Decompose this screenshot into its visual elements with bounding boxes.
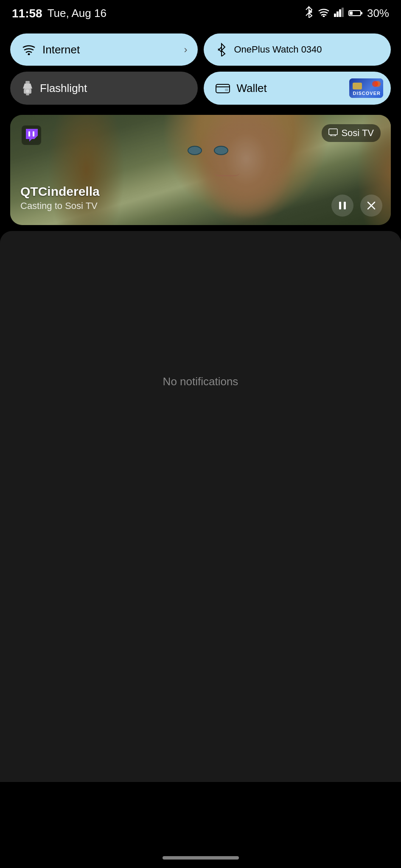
wifi-tile-icon — [22, 44, 36, 55]
pause-button[interactable] — [331, 195, 353, 217]
svg-rect-3 — [339, 9, 341, 17]
svg-rect-12 — [25, 81, 30, 83]
internet-tile[interactable]: Internet › — [10, 33, 198, 66]
signal-icon — [334, 7, 344, 20]
flashlight-tile-icon — [22, 81, 33, 95]
wallet-tile-icon — [216, 83, 230, 94]
status-date: Tue, Aug 16 — [48, 7, 107, 20]
svg-rect-6 — [361, 12, 362, 14]
wallet-tile[interactable]: Wallet DISCOVER — [204, 72, 391, 105]
sosi-tv-badge: Sosi TV — [322, 124, 381, 142]
svg-rect-16 — [216, 84, 230, 93]
twitch-icon — [20, 124, 42, 146]
battery-percentage: 30% — [367, 7, 389, 20]
bluetooth-icon — [304, 6, 314, 21]
svg-rect-17 — [225, 89, 228, 91]
wallet-label: Wallet — [237, 82, 267, 95]
flashlight-tile[interactable]: Flashlight — [10, 72, 198, 105]
svg-rect-2 — [337, 11, 339, 17]
media-title: QTCinderella — [20, 184, 381, 199]
svg-point-8 — [28, 53, 30, 56]
svg-rect-4 — [342, 8, 344, 17]
tv-icon — [328, 128, 338, 139]
battery-icon — [348, 7, 363, 20]
status-time: 11:58 — [12, 7, 42, 20]
bluetooth-tile-icon — [216, 43, 227, 56]
svg-point-0 — [322, 16, 325, 17]
svg-point-15 — [26, 89, 29, 93]
svg-rect-1 — [334, 14, 336, 17]
media-top-bar: Sosi TV — [20, 124, 381, 146]
qs-grid: Internet › OnePlus Watch 0340 — [10, 33, 391, 105]
svg-rect-25 — [339, 202, 341, 209]
media-controls — [331, 195, 382, 217]
svg-rect-26 — [344, 202, 346, 209]
flashlight-label: Flashlight — [40, 82, 87, 95]
quick-settings: Internet › OnePlus Watch 0340 — [0, 25, 401, 109]
svg-rect-7 — [350, 11, 353, 15]
oneplus-watch-tile[interactable]: OnePlus Watch 0340 — [204, 33, 391, 66]
wallet-card-preview: DISCOVER — [349, 78, 383, 98]
notifications-area: No notifications — [0, 231, 401, 782]
svg-rect-14 — [26, 94, 29, 95]
close-button[interactable] — [360, 195, 382, 217]
status-left: 11:58 Tue, Aug 16 — [12, 7, 107, 20]
status-bar: 11:58 Tue, Aug 16 — [0, 0, 401, 25]
media-subtitle: Casting to Sosi TV — [20, 200, 381, 211]
media-card[interactable]: Sosi TV QTCinderella Casting to Sosi TV — [10, 115, 391, 225]
sosi-tv-label: Sosi TV — [341, 128, 374, 139]
no-notifications-text: No notifications — [10, 248, 391, 388]
media-info: QTCinderella Casting to Sosi TV — [20, 184, 381, 211]
oneplus-watch-label: OnePlus Watch 0340 — [234, 44, 322, 55]
internet-arrow: › — [184, 44, 188, 56]
svg-rect-21 — [329, 129, 337, 135]
svg-rect-19 — [28, 131, 30, 136]
svg-rect-20 — [33, 131, 34, 136]
home-indicator[interactable] — [163, 856, 239, 860]
wifi-icon — [318, 7, 330, 20]
internet-label: Internet — [42, 43, 80, 56]
status-right: 30% — [304, 6, 389, 21]
